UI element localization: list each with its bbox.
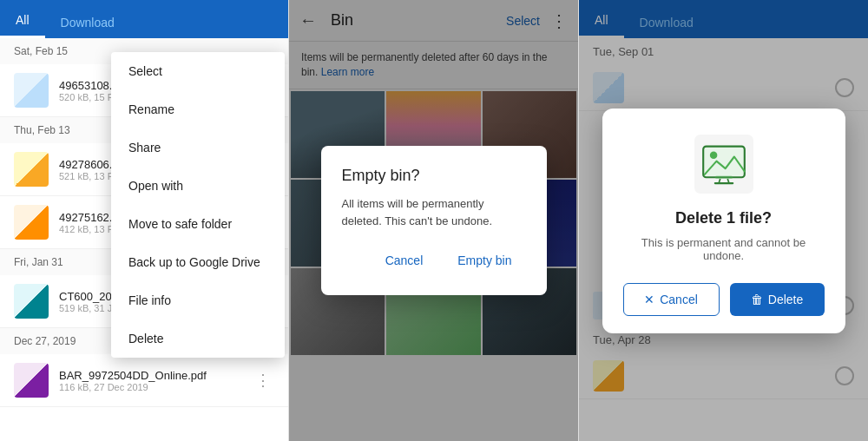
file-thumb-2 xyxy=(14,152,49,187)
delete-icon-container xyxy=(693,133,755,195)
empty-bin-title: Empty bin? xyxy=(342,167,526,185)
svg-point-2 xyxy=(709,151,717,159)
delete-cancel-button[interactable]: ✕ Cancel xyxy=(623,283,720,316)
file-more-icon-5[interactable]: ⋮ xyxy=(252,367,274,393)
empty-bin-cancel-button[interactable]: Cancel xyxy=(372,247,437,274)
empty-bin-actions: Cancel Empty bin xyxy=(342,247,526,274)
context-menu-file-info[interactable]: File info xyxy=(111,281,285,319)
panel-delete: All Download Tue, Sep 01 Delet xyxy=(579,0,868,441)
context-menu: Select Rename Share Open with Move to sa… xyxy=(111,52,285,358)
delete-confirm-button[interactable]: 🗑 Delete xyxy=(730,283,825,316)
delete-image-icon xyxy=(694,135,753,194)
file-info-5: BAR_9972504DD_Online.pdf 116 kB, 27 Dec … xyxy=(59,369,252,392)
empty-bin-dialog: Empty bin? All items will be permanently… xyxy=(321,146,547,295)
context-menu-open-with[interactable]: Open with xyxy=(111,167,285,205)
context-menu-backup[interactable]: Back up to Google Drive xyxy=(111,243,285,281)
delete-trash-icon: 🗑 xyxy=(751,293,763,306)
panel-files: All Download Sat, Feb 15 49653108.pdf 52… xyxy=(0,0,289,441)
tabs-bar-1: All Download xyxy=(0,0,288,38)
tab-all-1[interactable]: All xyxy=(0,4,45,38)
delete-label: Delete xyxy=(768,293,803,306)
panel-bin: ← Bin Select ⋮ Items will be permanently… xyxy=(289,0,579,441)
tab-download-1[interactable]: Download xyxy=(45,7,130,38)
file-thumb-4 xyxy=(14,284,49,319)
file-meta-5: 116 kB, 27 Dec 2019 xyxy=(59,382,252,392)
file-thumb-3 xyxy=(14,205,49,240)
context-menu-select[interactable]: Select xyxy=(111,52,285,90)
empty-bin-overlay: Empty bin? All items will be permanently… xyxy=(289,0,578,441)
file-thumb-1 xyxy=(14,73,49,108)
cancel-label: Cancel xyxy=(660,293,698,306)
svg-rect-3 xyxy=(714,175,732,178)
context-menu-rename[interactable]: Rename xyxy=(111,90,285,128)
delete-dialog-text: This is permanent and cannot be undone. xyxy=(623,236,825,262)
delete-file-dialog: Delete 1 file? This is permanent and can… xyxy=(602,109,845,333)
empty-bin-text: All items will be permanently deleted. T… xyxy=(342,195,526,229)
file-name-5: BAR_9972504DD_Online.pdf xyxy=(59,369,252,382)
delete-dialog-actions: ✕ Cancel 🗑 Delete xyxy=(623,283,825,316)
delete-dialog-title: Delete 1 file? xyxy=(623,209,825,227)
file-thumb-5 xyxy=(14,363,49,398)
file-item-5[interactable]: BAR_9972504DD_Online.pdf 116 kB, 27 Dec … xyxy=(0,354,288,407)
context-menu-delete[interactable]: Delete xyxy=(111,319,285,358)
delete-dialog-overlay: Delete 1 file? This is permanent and can… xyxy=(579,0,868,441)
context-menu-share[interactable]: Share xyxy=(111,128,285,167)
cancel-x-icon: ✕ xyxy=(644,293,654,306)
context-menu-safe-folder[interactable]: Move to safe folder xyxy=(111,205,285,243)
empty-bin-confirm-button[interactable]: Empty bin xyxy=(444,247,525,274)
